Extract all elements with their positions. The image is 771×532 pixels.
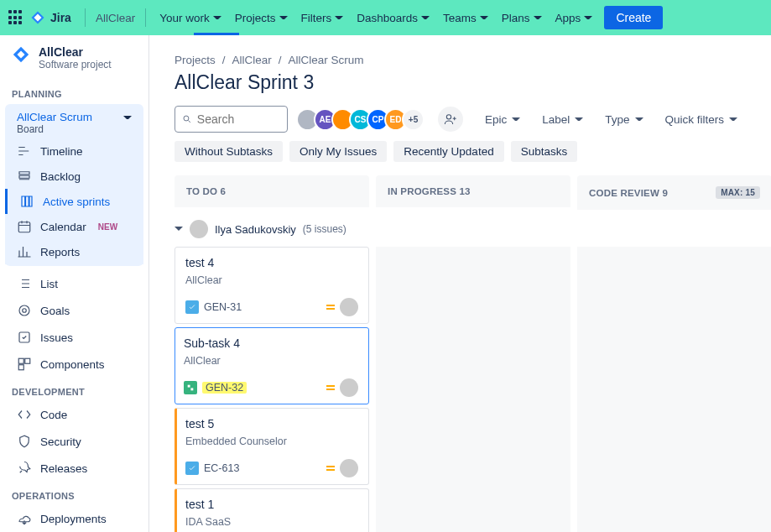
chip-subtasks[interactable]: Subtasks (511, 141, 578, 162)
separator (85, 8, 86, 27)
board-icon (19, 194, 34, 209)
topnav-dashboards[interactable]: Dashboards (357, 12, 430, 24)
sidebar-item-security[interactable]: Security (5, 429, 143, 454)
create-button[interactable]: Create (604, 6, 663, 29)
card-assignee-avatar[interactable] (340, 459, 358, 477)
column-header-code-review[interactable]: CODE REVIEW 9MAX: 15 (577, 175, 771, 210)
column-header-in-progress[interactable]: IN PROGRESS 13 (376, 175, 570, 207)
page-title: AllClear Sprint 3 (149, 71, 771, 106)
card-ec-613[interactable]: test 5Embedded CounselorEC-613 (175, 408, 369, 485)
chevron-down-icon (584, 13, 592, 22)
sidebar-item-label: Security (40, 436, 81, 448)
chip-only-my-issues[interactable]: Only My Issues (289, 141, 387, 162)
sidebar-item-label: Issues (40, 331, 73, 344)
swimlane-header[interactable]: Ilya Sadukovskiy (5 issues) (175, 210, 746, 247)
breadcrumb-item[interactable]: AllClear Scrum (289, 54, 364, 66)
sidebar-item-reports[interactable]: Reports (5, 239, 143, 264)
reports-icon (17, 244, 32, 259)
code-icon (17, 407, 32, 422)
search-input-wrap[interactable] (175, 106, 288, 133)
app-switcher-icon[interactable] (8, 10, 23, 25)
card-assignee-avatar[interactable] (340, 298, 358, 316)
lane-empty-inprogress[interactable] (376, 247, 570, 532)
filter-epic[interactable]: Epic (485, 113, 520, 126)
chevron-down-icon (175, 225, 183, 233)
project-name: AllClear (39, 45, 112, 59)
topnav-filters[interactable]: Filters (301, 12, 344, 24)
topnav-teams[interactable]: Teams (443, 12, 488, 24)
topnav-apps[interactable]: Apps (555, 12, 593, 24)
avatar-overflow[interactable]: +5 (402, 108, 425, 131)
filter-quick-filters[interactable]: Quick filters (665, 113, 738, 126)
sidebar-item-label: Goals (40, 305, 70, 317)
breadcrumb-sep: / (222, 54, 226, 66)
sidebar: AllClear Software project PLANNING AllCl… (0, 35, 149, 532)
topnav-projects[interactable]: Projects (235, 12, 288, 24)
board-sub: Board (17, 123, 44, 135)
tenant-name[interactable]: AllClear (78, 8, 153, 27)
card-title: test 1 (185, 498, 358, 511)
breadcrumb-sep: / (279, 54, 282, 66)
sidebar-item-deployments[interactable]: Deployments (5, 506, 143, 531)
breadcrumb-item[interactable]: AllClear (232, 54, 272, 66)
separator (145, 8, 146, 27)
svg-point-8 (446, 115, 451, 119)
card-is-1185[interactable]: test 1IDA SaaSIS-1185 (175, 488, 369, 532)
svg-rect-0 (18, 222, 30, 232)
sidebar-item-label: Calendar (40, 221, 86, 233)
sidebar-item-goals[interactable]: Goals (5, 298, 143, 323)
svg-rect-10 (190, 388, 193, 390)
sidebar-item-issues[interactable]: Issues (5, 325, 143, 350)
projects-underline (194, 33, 239, 35)
card-assignee-avatar[interactable] (340, 378, 358, 397)
sidebar-board-selector[interactable]: AllClear Scrum Board (5, 104, 143, 138)
svg-rect-9 (188, 385, 190, 388)
project-subtitle: Software project (39, 59, 112, 70)
chevron-down-icon (213, 13, 221, 22)
chip-recently-updated[interactable]: Recently Updated (393, 141, 503, 162)
sidebar-item-label: Releases (40, 462, 87, 475)
add-people-button[interactable] (438, 107, 463, 132)
filter-type[interactable]: Type (605, 113, 643, 126)
topnav-plans[interactable]: Plans (502, 12, 542, 24)
card-gen-31[interactable]: test 4AllClearGEN-31 (175, 247, 369, 324)
breadcrumb-item[interactable]: Projects (175, 54, 216, 66)
topnav-your-work[interactable]: Your work (159, 12, 221, 24)
releases-icon (17, 461, 32, 476)
sidebar-item-components[interactable]: Components (5, 352, 143, 377)
svg-rect-6 (18, 365, 23, 370)
chevron-down-icon (575, 115, 583, 123)
sidebar-item-list[interactable]: List (5, 271, 143, 296)
card-project: AllClear (184, 355, 358, 367)
priority-medium-icon (326, 305, 335, 310)
timeline-icon (17, 143, 32, 159)
priority-medium-icon (326, 385, 335, 390)
sidebar-item-label: Timeline (40, 145, 83, 158)
sidebar-item-label: Components (40, 358, 105, 371)
swimlane-count: (5 issues) (303, 223, 346, 235)
sidebar-item-label: Deployments (40, 513, 107, 525)
swimlane-name: Ilya Sadukovskiy (215, 223, 296, 236)
lane-empty-codereview[interactable] (577, 247, 771, 532)
sidebar-item-code[interactable]: Code (5, 402, 143, 427)
svg-point-7 (184, 116, 189, 121)
sidebar-item-releases[interactable]: Releases (5, 456, 143, 481)
sidebar-item-label: List (40, 278, 58, 290)
components-icon (17, 357, 32, 372)
filter-label[interactable]: Label (542, 113, 583, 126)
card-title: Sub-task 4 (184, 336, 358, 350)
sidebar-item-calendar[interactable]: CalendarNEW (5, 214, 143, 239)
search-input[interactable] (197, 112, 280, 126)
sidebar-item-active-sprints[interactable]: Active sprints (5, 189, 143, 214)
svg-rect-4 (18, 358, 23, 363)
sidebar-item-backlog[interactable]: Backlog (5, 164, 143, 189)
sidebar-project-header[interactable]: AllClear Software project (0, 44, 148, 81)
sidebar-item-timeline[interactable]: Timeline (5, 138, 143, 164)
jira-logo[interactable]: Jira (30, 10, 71, 25)
board-scroll: TO DO 6IN PROGRESS 13CODE REVIEW 9MAX: 1… (149, 175, 771, 532)
column-header-to-do[interactable]: TO DO 6 (175, 175, 369, 207)
chip-without-subtasks[interactable]: Without Subtasks (175, 141, 283, 162)
assignee-avatars: AECSCPED+5 (296, 108, 425, 131)
quick-filter-chips: Without SubtasksOnly My IssuesRecently U… (149, 141, 771, 175)
card-gen-32[interactable]: Sub-task 4AllClearGEN-32 (175, 327, 369, 404)
